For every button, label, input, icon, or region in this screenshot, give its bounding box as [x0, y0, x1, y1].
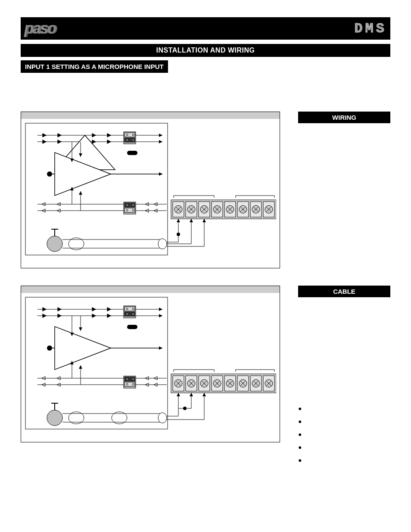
svg-rect-0: [25, 123, 168, 255]
svg-point-16: [126, 139, 128, 141]
wiring-side-header: WIRING: [298, 112, 390, 123]
subsection-title-bar: INPUT 1 SETTING AS A MICROPHONE INPUT: [21, 60, 168, 73]
svg-marker-123: [55, 327, 111, 370]
svg-marker-10: [107, 140, 111, 143]
svg-marker-98: [190, 219, 193, 222]
svg-point-116: [126, 313, 128, 315]
svg-marker-99: [202, 219, 206, 222]
svg-marker-102: [43, 308, 46, 311]
svg-point-188: [47, 410, 62, 426]
jumper-block-top: [124, 132, 136, 144]
svg-marker-197: [177, 393, 180, 396]
svg-marker-104: [92, 308, 96, 311]
list-item: [298, 405, 390, 412]
list-item: [298, 457, 390, 464]
list-item: [298, 418, 390, 425]
svg-marker-2: [43, 134, 46, 137]
figure-wiring-balanced: [21, 112, 280, 268]
svg-marker-97: [177, 219, 180, 222]
svg-marker-108: [58, 314, 61, 317]
svg-marker-154: [79, 365, 82, 369]
svg-point-135: [126, 378, 128, 380]
svg-marker-109: [92, 314, 96, 317]
circuit-diagram-1: [25, 122, 276, 264]
brand-logo-left: paso: [24, 19, 55, 37]
list-item: [298, 431, 390, 438]
svg-rect-22: [127, 151, 137, 155]
svg-marker-198: [190, 393, 193, 396]
svg-marker-8: [58, 140, 61, 143]
svg-rect-122: [127, 325, 137, 329]
svg-marker-199: [202, 393, 206, 396]
cable-bullet-list: [298, 405, 390, 464]
svg-point-14: [126, 134, 128, 136]
top-header-bar: paso DMS: [21, 17, 390, 40]
svg-marker-110: [107, 314, 111, 317]
svg-marker-103: [58, 308, 61, 311]
svg-marker-5: [107, 134, 111, 137]
svg-marker-105: [107, 308, 111, 311]
svg-point-195: [158, 413, 167, 423]
svg-point-114: [126, 308, 128, 310]
svg-point-138: [132, 383, 134, 385]
svg-marker-3: [58, 134, 61, 137]
svg-marker-121: [159, 314, 162, 317]
section-title-bar: INSTALLATION AND WIRING: [21, 44, 390, 57]
svg-point-39: [132, 209, 134, 211]
svg-marker-21: [159, 140, 162, 143]
svg-marker-32: [159, 172, 162, 176]
svg-marker-119: [159, 308, 162, 311]
svg-marker-4: [92, 134, 96, 137]
svg-point-89: [47, 236, 62, 252]
cable-side-header: CABLE: [298, 286, 390, 297]
svg-point-38: [126, 209, 128, 211]
svg-marker-7: [43, 140, 46, 143]
svg-rect-100: [25, 297, 168, 429]
svg-marker-55: [79, 191, 82, 195]
list-item: [298, 444, 390, 451]
svg-point-117: [132, 313, 134, 315]
circuit-diagram-2: [25, 296, 276, 439]
svg-marker-131: [159, 346, 162, 350]
svg-point-95: [158, 239, 167, 249]
svg-point-25: [47, 171, 52, 177]
figure-wiring-unbalanced: [21, 286, 280, 442]
svg-point-36: [126, 204, 128, 206]
svg-point-15: [132, 134, 134, 136]
jumper-block-bottom: [124, 202, 136, 214]
svg-marker-107: [43, 314, 46, 317]
svg-point-124: [47, 345, 52, 351]
svg-point-115: [132, 308, 134, 310]
svg-point-37: [132, 204, 134, 206]
svg-point-17: [132, 139, 134, 141]
svg-marker-19: [159, 134, 162, 137]
svg-marker-129: [79, 327, 82, 331]
brand-logo-right: DMS: [354, 21, 387, 37]
svg-marker-9: [92, 140, 96, 143]
svg-point-137: [126, 383, 128, 385]
terminal-strip: [171, 200, 276, 219]
svg-point-136: [132, 378, 134, 380]
mic-and-cable: [47, 219, 206, 252]
